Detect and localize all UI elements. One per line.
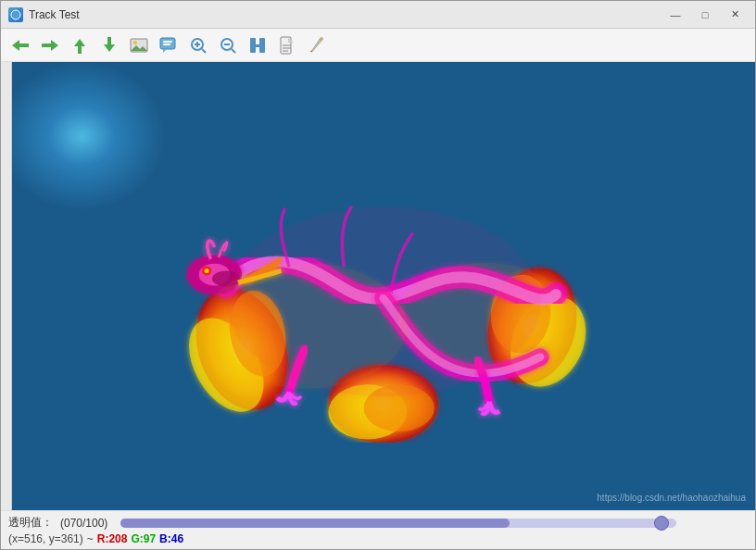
- main-window: Track Test — □ ✕: [0, 0, 756, 550]
- svg-rect-14: [163, 41, 172, 43]
- minimize-button[interactable]: —: [662, 6, 688, 24]
- opacity-value: (070/100): [60, 517, 107, 530]
- svg-marker-5: [74, 39, 85, 46]
- back-button[interactable]: [6, 32, 34, 58]
- svg-point-50: [399, 263, 572, 373]
- close-button[interactable]: ✕: [722, 6, 748, 24]
- svg-rect-15: [163, 44, 170, 45]
- dragon-svg: [123, 130, 643, 444]
- status-row1: 透明值： (070/100): [8, 515, 748, 531]
- image-button[interactable]: [125, 32, 153, 58]
- opacity-thumb: [654, 516, 669, 531]
- svg-rect-8: [107, 37, 111, 45]
- svg-rect-4: [42, 44, 52, 47]
- bookmark-button[interactable]: [244, 32, 271, 58]
- opacity-fill: [120, 519, 510, 528]
- status-row2: (x=516, y=361) ~ R:208 G:97 B:46: [8, 532, 748, 545]
- svg-rect-2: [19, 44, 29, 47]
- document-button[interactable]: [273, 32, 301, 58]
- svg-rect-6: [78, 45, 82, 54]
- svg-marker-3: [51, 40, 58, 51]
- maximize-button[interactable]: □: [692, 6, 718, 24]
- color-g-label: G:97: [131, 532, 156, 545]
- color-b-label: B:46: [159, 532, 183, 545]
- title-bar-controls: — □ ✕: [662, 6, 748, 24]
- opacity-label: 透明值：: [8, 515, 53, 531]
- svg-marker-31: [310, 39, 321, 52]
- toolbar: [1, 29, 755, 62]
- comment-button[interactable]: [155, 32, 183, 58]
- status-bar: 透明值： (070/100) (x=516, y=361) ~ R:208 G:…: [1, 510, 755, 549]
- coords-label: (x=516, y=361): [8, 532, 83, 545]
- forward-button[interactable]: [36, 32, 64, 58]
- app-icon: [8, 7, 23, 22]
- svg-marker-1: [12, 40, 19, 51]
- image-area: https://blog.csdn.net/haohaozhaihua: [1, 62, 755, 510]
- svg-line-21: [232, 49, 235, 53]
- down-button[interactable]: [95, 32, 123, 58]
- svg-marker-13: [163, 49, 167, 53]
- color-r-label: R:208: [97, 532, 128, 545]
- svg-point-46: [205, 269, 209, 273]
- dragon-overlay: [12, 62, 755, 510]
- tilde: ~: [87, 532, 94, 545]
- title-bar: Track Test — □ ✕: [1, 1, 755, 29]
- opacity-track[interactable]: [120, 519, 676, 528]
- pen-button[interactable]: [303, 32, 331, 58]
- watermark: https://blog.csdn.net/haohaozhaihua: [597, 493, 746, 503]
- title-bar-left: Track Test: [8, 7, 80, 22]
- svg-marker-7: [104, 44, 115, 52]
- zoom-in-button[interactable]: [184, 32, 212, 58]
- left-scrollbar[interactable]: [1, 62, 12, 510]
- window-title: Track Test: [29, 8, 80, 21]
- svg-point-10: [133, 41, 137, 44]
- svg-rect-25: [250, 44, 265, 47]
- svg-point-49: [203, 263, 407, 389]
- svg-point-0: [11, 10, 20, 19]
- up-button[interactable]: [66, 32, 94, 58]
- svg-line-17: [202, 49, 206, 53]
- zoom-out-button[interactable]: [214, 32, 242, 58]
